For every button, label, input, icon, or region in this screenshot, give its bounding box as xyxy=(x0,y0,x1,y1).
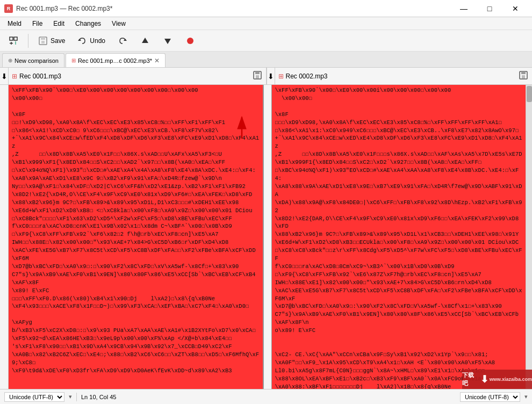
menu-edit[interactable]: Edit xyxy=(48,17,70,30)
menu-view[interactable]: View xyxy=(106,17,131,30)
status-divider-1 xyxy=(76,393,77,401)
save-label: Save xyxy=(51,37,65,45)
left-pane-content[interactable]: \xFF\xFB\x90`\x00☐\xE0\x00\x00\x00\x00\x… xyxy=(9,85,263,389)
window-title: Rec 0001.mp3 — Rec 0002.mp3* xyxy=(16,5,112,12)
next-change-button[interactable] xyxy=(157,33,178,49)
record-icon xyxy=(185,35,196,46)
watermark-text: 下载吧 xyxy=(462,371,478,387)
right-encoding-arrow: ▾ xyxy=(524,393,528,400)
maximize-button[interactable]: □ xyxy=(477,1,502,16)
right-scrollbar[interactable] xyxy=(526,85,532,389)
tab-new-icon: ⊕ xyxy=(8,57,12,63)
left-encoding-select[interactable]: Unicode (UTF-8) UTF-16 Latin-1 xyxy=(4,392,64,402)
left-pane[interactable]: \xFF\xFB\x90`\x00☐\xE0\x00\x00\x00\x00\x… xyxy=(9,85,263,389)
menu-file[interactable]: File xyxy=(27,17,48,30)
left-encoding-item: Unicode (UTF-8) UTF-16 Latin-1 xyxy=(4,392,64,402)
svg-rect-1 xyxy=(14,37,17,40)
right-filename: Rec 0002.mp3 xyxy=(286,73,328,80)
record-button[interactable] xyxy=(180,33,200,49)
minimize-button[interactable]: — xyxy=(451,1,476,16)
position-text: Ln 10, Col 45 xyxy=(81,394,116,400)
menu-bar: Meld File Edit Changes View xyxy=(0,17,532,30)
window-controls: — □ ✕ xyxy=(451,1,528,16)
left-encoding-arrow: ▾ xyxy=(69,393,72,400)
svg-marker-8 xyxy=(78,39,81,41)
right-download-icon[interactable]: ⬇ xyxy=(268,72,274,81)
left-file-header: ⊞ Rec 0001.mp3 xyxy=(9,68,267,84)
left-diff-text: \xFF\xFB\x90`\x00☐\xE0\x00\x00\x00\x00\x… xyxy=(9,85,263,389)
content-area: \xFF\xFB\x90`\x00☐\xE0\x00\x00\x00\x00\x… xyxy=(0,85,532,389)
menu-changes[interactable]: Changes xyxy=(70,17,106,30)
tab-close-button[interactable]: ✕ xyxy=(154,57,160,64)
watermark: 下载吧 ⬇ www.xiazaiba.com xyxy=(462,370,532,389)
svg-point-12 xyxy=(187,38,193,44)
svg-marker-10 xyxy=(142,38,148,43)
tab-file-comparison[interactable]: ⊞ Rec 0001.mp…c 0002.mp3* ✕ xyxy=(66,53,166,67)
tab-bar: ⊕ New comparison ⊞ Rec 0001.mp…c 0002.mp… xyxy=(0,52,532,68)
left-filename: Rec 0001.mp3 xyxy=(19,73,61,80)
toolbar-divider-1 xyxy=(28,34,28,48)
svg-rect-18 xyxy=(522,75,525,78)
tab-new-comparison[interactable]: ⊕ New comparison xyxy=(2,53,64,67)
menu-meld[interactable]: Meld xyxy=(2,17,27,30)
right-encoding-select[interactable]: Unicode (UTF-8) UTF-16 Latin-1 xyxy=(460,392,520,402)
tab-new-label: New comparison xyxy=(15,57,59,64)
right-save-icon[interactable] xyxy=(518,70,529,83)
right-file-icon: ⊞ xyxy=(278,73,284,80)
left-download-icon[interactable]: ⬇ xyxy=(1,72,8,81)
right-encoding-item: Unicode (UTF-8) UTF-16 Latin-1 xyxy=(460,392,520,402)
svg-rect-17 xyxy=(521,71,526,74)
svg-rect-0 xyxy=(10,37,13,40)
cursor-position: Ln 10, Col 45 xyxy=(81,394,116,400)
save-button[interactable]: Save xyxy=(33,33,70,49)
file-headers: ⬇ ⊞ Rec 0001.mp3 ⬇ ⊞ Rec 0002.mp3 xyxy=(0,68,532,85)
right-file-header: ⊞ Rec 0002.mp3 xyxy=(275,68,533,84)
title-bar: R Rec 0001.mp3 — Rec 0002.mp3* — □ ✕ xyxy=(0,0,532,17)
up-arrow-icon xyxy=(140,35,150,46)
right-diff-text: \xFF\xFB\x90`\x00☐\xE0\x00\x00i\x00\x00\… xyxy=(272,85,526,389)
tab-file-icon: ⊞ xyxy=(71,57,76,63)
app-icon: R xyxy=(4,4,13,13)
left-save-icon[interactable] xyxy=(252,70,263,83)
middle-gutter xyxy=(263,85,272,389)
svg-rect-7 xyxy=(41,41,45,44)
svg-rect-15 xyxy=(256,75,259,78)
save-icon xyxy=(38,35,48,46)
svg-rect-6 xyxy=(41,37,45,40)
svg-rect-14 xyxy=(255,71,260,74)
toolbar: Save Undo xyxy=(0,30,532,52)
right-pane-content[interactable]: \xFF\xFB\x90`\x00☐\xE0\x00\x00i\x00\x00\… xyxy=(272,85,526,389)
redo-button[interactable] xyxy=(112,33,133,49)
down-arrow-icon xyxy=(162,35,173,46)
prev-change-button[interactable] xyxy=(135,33,155,49)
watermark-icon: ⬇ xyxy=(480,373,488,385)
tab-file-label: Rec 0001.mp…c 0002.mp3* xyxy=(78,57,152,64)
redo-icon xyxy=(117,35,128,46)
undo-button[interactable]: Undo xyxy=(72,33,110,49)
close-button[interactable]: ✕ xyxy=(503,1,528,16)
watermark-domain: www.xiazaiba.com xyxy=(490,377,532,382)
left-gutter xyxy=(0,85,9,389)
undo-icon xyxy=(77,35,88,46)
svg-marker-11 xyxy=(164,39,171,44)
left-file-icon: ⊞ xyxy=(12,73,17,80)
right-pane[interactable]: \xFF\xFB\x90`\x00☐\xE0\x00\x00i\x00\x00\… xyxy=(272,85,526,389)
new-comparison-button[interactable] xyxy=(3,33,24,49)
svg-marker-9 xyxy=(124,39,127,41)
new-comparison-icon xyxy=(8,35,19,46)
scrollbar-thumb[interactable] xyxy=(527,86,532,102)
undo-label: Undo xyxy=(90,37,105,45)
status-bar: Unicode (UTF-8) UTF-16 Latin-1 ▾ Ln 10, … xyxy=(0,389,532,404)
